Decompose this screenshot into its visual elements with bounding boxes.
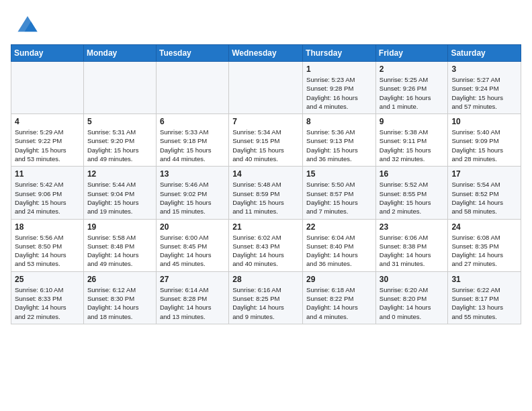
calendar-cell: 24Sunrise: 6:08 AM Sunset: 8:35 PM Dayli… [448,219,521,271]
calendar-cell: 6Sunrise: 5:33 AM Sunset: 9:18 PM Daylig… [156,114,228,167]
day-number: 20 [160,222,225,232]
day-number: 21 [232,222,299,232]
day-info: Sunrise: 5:52 AM Sunset: 8:55 PM Dayligh… [380,180,445,216]
day-number: 23 [380,222,445,232]
day-number: 19 [87,222,152,232]
day-number: 28 [232,275,299,284]
day-info: Sunrise: 5:36 AM Sunset: 9:13 PM Dayligh… [306,128,372,163]
calendar-week-3: 11Sunrise: 5:42 AM Sunset: 9:06 PM Dayli… [11,167,521,219]
calendar-cell: 1Sunrise: 5:23 AM Sunset: 9:28 PM Daylig… [303,62,376,114]
day-info: Sunrise: 5:38 AM Sunset: 9:11 PM Dayligh… [380,128,445,163]
day-number: 22 [306,222,372,232]
calendar-cell: 26Sunrise: 6:12 AM Sunset: 8:30 PM Dayli… [83,271,156,324]
day-number: 16 [380,169,445,179]
calendar-cell: 10Sunrise: 5:40 AM Sunset: 9:09 PM Dayli… [448,114,521,167]
day-info: Sunrise: 5:48 AM Sunset: 8:59 PM Dayligh… [232,180,299,216]
calendar-cell: 28Sunrise: 6:16 AM Sunset: 8:25 PM Dayli… [229,271,303,324]
calendar-cell: 19Sunrise: 5:58 AM Sunset: 8:48 PM Dayli… [83,219,156,271]
calendar-cell: 31Sunrise: 6:22 AM Sunset: 8:17 PM Dayli… [448,271,521,324]
day-number: 3 [451,64,517,74]
day-info: Sunrise: 5:56 AM Sunset: 8:50 PM Dayligh… [15,233,80,269]
day-number: 18 [15,222,80,232]
logo [11,11,47,39]
day-number: 29 [306,275,372,284]
day-header-wednesday: Wednesday [229,45,303,62]
day-info: Sunrise: 5:27 AM Sunset: 9:24 PM Dayligh… [451,75,517,111]
day-info: Sunrise: 6:02 AM Sunset: 8:43 PM Dayligh… [232,233,299,269]
day-info: Sunrise: 6:20 AM Sunset: 8:20 PM Dayligh… [380,285,445,321]
day-info: Sunrise: 5:50 AM Sunset: 8:57 PM Dayligh… [306,180,372,216]
day-number: 10 [451,117,517,126]
day-header-friday: Friday [375,45,448,62]
day-info: Sunrise: 5:31 AM Sunset: 9:20 PM Dayligh… [87,128,152,163]
calendar-week-5: 25Sunrise: 6:10 AM Sunset: 8:33 PM Dayli… [11,271,521,324]
day-number: 9 [380,117,445,126]
day-info: Sunrise: 6:22 AM Sunset: 8:17 PM Dayligh… [451,285,517,321]
calendar-cell: 5Sunrise: 5:31 AM Sunset: 9:20 PM Daylig… [83,114,156,167]
day-number: 24 [451,222,517,232]
day-number: 7 [232,117,299,126]
day-number: 13 [160,169,225,179]
day-number: 26 [87,275,152,284]
calendar-cell [229,62,303,114]
day-info: Sunrise: 5:54 AM Sunset: 8:52 PM Dayligh… [451,180,517,216]
calendar-cell: 17Sunrise: 5:54 AM Sunset: 8:52 PM Dayli… [448,167,521,219]
day-number: 25 [15,275,80,284]
calendar-week-2: 4Sunrise: 5:29 AM Sunset: 9:22 PM Daylig… [11,114,521,167]
calendar-cell: 7Sunrise: 5:34 AM Sunset: 9:15 PM Daylig… [229,114,303,167]
day-info: Sunrise: 6:08 AM Sunset: 8:35 PM Dayligh… [451,233,517,269]
day-info: Sunrise: 6:12 AM Sunset: 8:30 PM Dayligh… [87,285,152,321]
day-info: Sunrise: 6:10 AM Sunset: 8:33 PM Dayligh… [15,285,80,321]
logo-icon [11,11,44,39]
day-number: 15 [306,169,372,179]
day-number: 8 [306,117,372,126]
day-number: 4 [15,117,80,126]
day-number: 12 [87,169,152,179]
calendar-table: SundayMondayTuesdayWednesdayThursdayFrid… [11,44,521,324]
calendar-week-4: 18Sunrise: 5:56 AM Sunset: 8:50 PM Dayli… [11,219,521,271]
calendar-cell: 22Sunrise: 6:04 AM Sunset: 8:40 PM Dayli… [303,219,376,271]
calendar-cell: 4Sunrise: 5:29 AM Sunset: 9:22 PM Daylig… [11,114,84,167]
day-header-sunday: Sunday [11,45,84,62]
calendar-cell: 20Sunrise: 6:00 AM Sunset: 8:45 PM Dayli… [156,219,228,271]
calendar-cell [83,62,156,114]
day-number: 2 [380,64,445,74]
day-info: Sunrise: 6:06 AM Sunset: 8:38 PM Dayligh… [380,233,445,269]
calendar-cell: 11Sunrise: 5:42 AM Sunset: 9:06 PM Dayli… [11,167,84,219]
calendar-cell: 23Sunrise: 6:06 AM Sunset: 8:38 PM Dayli… [375,219,448,271]
day-info: Sunrise: 5:33 AM Sunset: 9:18 PM Dayligh… [160,128,225,163]
day-number: 6 [160,117,225,126]
day-info: Sunrise: 6:14 AM Sunset: 8:28 PM Dayligh… [160,285,225,321]
calendar-cell: 2Sunrise: 5:25 AM Sunset: 9:26 PM Daylig… [375,62,448,114]
calendar-cell: 25Sunrise: 6:10 AM Sunset: 8:33 PM Dayli… [11,271,84,324]
day-info: Sunrise: 6:16 AM Sunset: 8:25 PM Dayligh… [232,285,299,321]
calendar-cell: 15Sunrise: 5:50 AM Sunset: 8:57 PM Dayli… [303,167,376,219]
calendar-cell: 29Sunrise: 6:18 AM Sunset: 8:22 PM Dayli… [303,271,376,324]
day-header-tuesday: Tuesday [156,45,228,62]
day-info: Sunrise: 6:04 AM Sunset: 8:40 PM Dayligh… [306,233,372,269]
day-number: 17 [451,169,517,179]
calendar-cell: 30Sunrise: 6:20 AM Sunset: 8:20 PM Dayli… [375,271,448,324]
day-info: Sunrise: 5:25 AM Sunset: 9:26 PM Dayligh… [380,75,445,111]
day-info: Sunrise: 6:00 AM Sunset: 8:45 PM Dayligh… [160,233,225,269]
calendar-cell: 8Sunrise: 5:36 AM Sunset: 9:13 PM Daylig… [303,114,376,167]
calendar-cell: 14Sunrise: 5:48 AM Sunset: 8:59 PM Dayli… [229,167,303,219]
calendar-cell: 21Sunrise: 6:02 AM Sunset: 8:43 PM Dayli… [229,219,303,271]
day-info: Sunrise: 5:58 AM Sunset: 8:48 PM Dayligh… [87,233,152,269]
calendar-header-row: SundayMondayTuesdayWednesdayThursdayFrid… [11,45,521,62]
calendar-cell: 9Sunrise: 5:38 AM Sunset: 9:11 PM Daylig… [375,114,448,167]
day-info: Sunrise: 5:29 AM Sunset: 9:22 PM Dayligh… [15,128,80,163]
calendar-cell [11,62,84,114]
calendar-cell: 13Sunrise: 5:46 AM Sunset: 9:02 PM Dayli… [156,167,228,219]
day-number: 14 [232,169,299,179]
day-number: 11 [15,169,80,179]
day-header-monday: Monday [83,45,156,62]
calendar-cell: 3Sunrise: 5:27 AM Sunset: 9:24 PM Daylig… [448,62,521,114]
calendar-week-1: 1Sunrise: 5:23 AM Sunset: 9:28 PM Daylig… [11,62,521,114]
page-header [11,11,521,39]
day-info: Sunrise: 5:46 AM Sunset: 9:02 PM Dayligh… [160,180,225,216]
day-number: 27 [160,275,225,284]
day-info: Sunrise: 6:18 AM Sunset: 8:22 PM Dayligh… [306,285,372,321]
day-number: 30 [380,275,445,284]
day-number: 31 [451,275,517,284]
